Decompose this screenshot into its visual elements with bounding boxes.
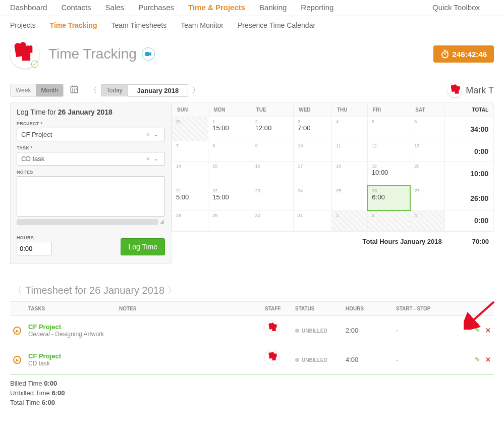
user-chip[interactable]: Mark T: [447, 83, 494, 97]
nav-contacts[interactable]: Contacts: [61, 3, 91, 12]
calendar-day[interactable]: 29: [208, 210, 251, 231]
nav-dashboard[interactable]: Dashboard: [10, 3, 47, 12]
ts-col-status: STATUS: [292, 302, 343, 316]
calendar-day[interactable]: 17: [294, 162, 332, 186]
calendar-day[interactable]: 10: [294, 141, 332, 162]
view-month-button[interactable]: Month: [36, 84, 63, 96]
project-input[interactable]: [21, 131, 144, 138]
edit-icon[interactable]: ✎: [475, 327, 480, 334]
cal-header-mon: MON: [208, 103, 251, 117]
calendar-day[interactable]: 115:00: [208, 117, 251, 141]
hours-cell: 4:00: [343, 345, 393, 375]
timesheet-row: ▶CF ProjectGeneral - Designing ArtworkUN…: [10, 316, 494, 345]
total-timer-badge[interactable]: 246:42:46: [433, 45, 494, 63]
log-time-button[interactable]: Log Time: [121, 238, 165, 255]
calendar-row-total: 0:00: [445, 210, 494, 231]
calendar-picker-icon[interactable]: [70, 85, 79, 96]
play-icon[interactable]: ▶: [13, 356, 21, 364]
calendar-day[interactable]: 24: [294, 186, 332, 210]
calendar-day[interactable]: 8: [208, 141, 251, 162]
calendar-day[interactable]: 28: [172, 210, 208, 231]
project-dropdown-icon[interactable]: ⌄: [152, 131, 160, 138]
notes-textarea[interactable]: [17, 176, 165, 217]
task-clear-icon[interactable]: ×: [144, 155, 152, 163]
calendar-day[interactable]: 15: [208, 162, 251, 186]
calendar-day[interactable]: 27: [410, 186, 445, 210]
timer-value: 246:42:46: [453, 50, 487, 59]
task-combo[interactable]: × ⌄: [17, 152, 165, 166]
calendar-row-total: 26:00: [445, 186, 494, 210]
notes-scrollbar[interactable]: [17, 219, 158, 225]
calendar-day[interactable]: 23: [251, 186, 294, 210]
calendar-day[interactable]: 7: [172, 141, 208, 162]
nav-quick-toolbox[interactable]: Quick Toolbox: [432, 3, 480, 12]
nav-time-projects[interactable]: Time & Projects: [188, 3, 245, 12]
subnav-projects[interactable]: Projects: [10, 21, 36, 29]
svg-rect-0: [145, 52, 149, 56]
subnav-team-timesheets[interactable]: Team Timesheets: [111, 21, 166, 29]
calendar-day[interactable]: 266:00: [367, 186, 410, 210]
calendar-day[interactable]: 9: [251, 141, 294, 162]
resize-handle-icon[interactable]: ◢: [159, 219, 165, 225]
calendar-day[interactable]: 30: [251, 210, 294, 231]
calendar-day[interactable]: 13: [410, 141, 445, 162]
calendar-day[interactable]: 6: [410, 117, 445, 141]
ts-col-notes: NOTES: [116, 302, 262, 316]
subnav-time-tracking[interactable]: Time Tracking: [50, 21, 97, 29]
cal-header-tue: TUE: [251, 103, 294, 117]
hours-input[interactable]: [17, 242, 52, 255]
calendar-day[interactable]: 16: [251, 162, 294, 186]
video-help-button[interactable]: [142, 47, 155, 61]
startstop-cell: -: [393, 345, 454, 375]
ts-col-blank: [10, 302, 25, 316]
nav-reporting[interactable]: Reporting: [301, 3, 333, 12]
timesheet-row: ▶CF ProjectCD taskUNBILLED4:00-✎✕: [10, 345, 494, 375]
calendar-day[interactable]: 11: [331, 141, 367, 162]
calendar-day[interactable]: 12: [367, 141, 410, 162]
calendar-day[interactable]: 1: [331, 210, 367, 231]
ts-col-staff: STAFF: [262, 302, 292, 316]
delete-icon[interactable]: ✕: [485, 327, 491, 334]
cal-header-thu: THU: [331, 103, 367, 117]
project-link[interactable]: CF Project: [28, 352, 113, 360]
nav-purchases[interactable]: Purchases: [138, 3, 174, 12]
project-clear-icon[interactable]: ×: [144, 131, 152, 138]
next-period-button[interactable]: 〉: [188, 84, 203, 96]
project-link[interactable]: CF Project: [28, 323, 113, 331]
delete-icon[interactable]: ✕: [485, 356, 491, 363]
calendar-row-total: 10:00: [445, 162, 494, 186]
calendar-day[interactable]: 5: [367, 117, 410, 141]
calendar-day[interactable]: 25: [331, 186, 367, 210]
calendar-day[interactable]: 31: [294, 210, 332, 231]
timesheet-prev-button[interactable]: 〈: [10, 284, 25, 296]
task-label: TASK *: [17, 145, 165, 150]
timesheet-next-button[interactable]: 〉: [164, 284, 180, 296]
task-input[interactable]: [21, 155, 144, 163]
calendar-day[interactable]: 31: [172, 117, 208, 141]
svg-rect-5: [76, 88, 77, 89]
task-dropdown-icon[interactable]: ⌄: [152, 155, 160, 162]
calendar-day[interactable]: 212:00: [251, 117, 294, 141]
svg-rect-3: [72, 88, 73, 89]
edit-icon[interactable]: ✎: [475, 356, 480, 363]
calendar-day[interactable]: 14: [172, 162, 208, 186]
view-week-button[interactable]: Week: [11, 84, 36, 96]
calendar-day[interactable]: 37:00: [294, 117, 332, 141]
nav-sales[interactable]: Sales: [105, 3, 125, 12]
calendar-day[interactable]: 4: [331, 117, 367, 141]
play-icon[interactable]: ▶: [13, 327, 21, 335]
subnav-team-monitor[interactable]: Team Monitor: [181, 21, 223, 29]
calendar-day[interactable]: 1910:00: [367, 162, 410, 186]
calendar-day[interactable]: 18: [331, 162, 367, 186]
today-button[interactable]: Today: [101, 84, 128, 96]
calendar-day[interactable]: 20: [410, 162, 445, 186]
calendar-day[interactable]: 2: [367, 210, 410, 231]
project-combo[interactable]: × ⌄: [17, 128, 165, 141]
calendar-day[interactable]: 2215:00: [208, 186, 251, 210]
subnav-presence-calendar[interactable]: Presence Time Calendar: [238, 21, 315, 29]
nav-banking[interactable]: Banking: [259, 3, 287, 12]
calendar-day[interactable]: 215:00: [172, 186, 208, 210]
calendar-day[interactable]: 3: [410, 210, 445, 231]
prev-period-button[interactable]: 〈: [86, 84, 101, 96]
total-hours-value: 70:00: [472, 238, 489, 245]
